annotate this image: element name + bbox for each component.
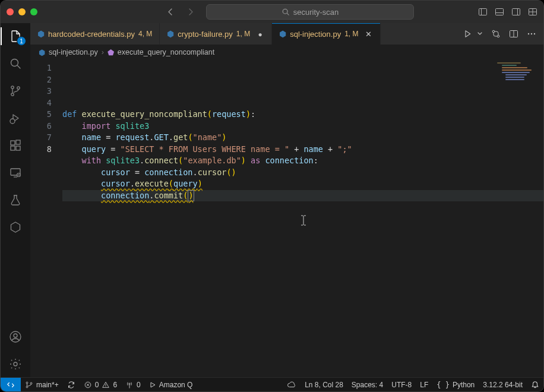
svg-point-20 bbox=[497, 35, 499, 37]
account-icon bbox=[8, 330, 23, 344]
minimize-window-button[interactable] bbox=[18, 8, 26, 15]
hexagon-icon bbox=[8, 220, 23, 235]
breadcrumb-symbol[interactable]: execute_query_noncompliant bbox=[118, 48, 214, 56]
debug-activity[interactable] bbox=[8, 111, 23, 125]
command-center-search[interactable]: security-scan bbox=[206, 4, 414, 20]
remote-explorer-activity[interactable] bbox=[8, 166, 23, 180]
settings-activity[interactable] bbox=[8, 357, 23, 371]
dirty-indicator-icon bbox=[256, 30, 264, 39]
svg-point-9 bbox=[10, 119, 15, 124]
panel-left-icon[interactable] bbox=[478, 7, 488, 17]
tab-hardcoded-credentials[interactable]: ⬢ hardcoded-credentials.py 4, M bbox=[30, 23, 160, 45]
status-branch[interactable]: main*+ bbox=[21, 381, 63, 389]
testing-activity[interactable] bbox=[8, 193, 23, 207]
code-content[interactable]: def execute_query_noncompliant(request):… bbox=[62, 60, 543, 377]
code-editor[interactable]: 12345678 def execute_q bbox=[30, 60, 543, 377]
svg-point-23 bbox=[531, 33, 532, 34]
status-interpreter[interactable]: 3.12.2 64-bit bbox=[479, 381, 527, 389]
status-eol[interactable]: LF bbox=[416, 381, 432, 389]
status-aws[interactable] bbox=[283, 381, 301, 388]
python-icon: ⬢ bbox=[39, 48, 45, 57]
compare-changes-button[interactable] bbox=[491, 29, 501, 39]
maximize-window-button[interactable] bbox=[30, 8, 37, 15]
nav-controls bbox=[166, 7, 195, 17]
svg-rect-1 bbox=[479, 9, 487, 15]
close-tab-button[interactable]: ✕ bbox=[365, 30, 373, 39]
debug-icon bbox=[8, 111, 23, 125]
more-actions-button[interactable] bbox=[527, 29, 536, 39]
run-button[interactable] bbox=[464, 30, 475, 38]
svg-point-5 bbox=[11, 59, 18, 67]
minimap[interactable] bbox=[497, 62, 540, 86]
gear-icon bbox=[8, 357, 23, 371]
activity-bar: 1 bbox=[1, 23, 30, 377]
run-dropdown-button[interactable] bbox=[477, 30, 483, 38]
svg-point-26 bbox=[26, 386, 28, 388]
breadcrumb-file[interactable]: sql-injection.py bbox=[49, 48, 98, 56]
svg-point-22 bbox=[528, 33, 529, 34]
status-amazon-q[interactable]: Amazon Q bbox=[145, 381, 197, 389]
extensions-icon bbox=[8, 138, 23, 153]
play-icon bbox=[149, 381, 156, 388]
remote-indicator[interactable] bbox=[1, 378, 21, 391]
status-cursor-position[interactable]: Ln 8, Col 28 bbox=[301, 381, 347, 389]
status-problems[interactable]: 0 6 bbox=[80, 381, 121, 389]
svg-point-0 bbox=[283, 9, 287, 14]
amazon-q-label: Amazon Q bbox=[159, 381, 193, 389]
workbench-body: 1 bbox=[1, 23, 543, 377]
tab-sql-injection[interactable]: ⬢ sql-injection.py 1, M ✕ bbox=[272, 23, 380, 45]
warning-icon bbox=[102, 381, 110, 389]
svg-point-25 bbox=[26, 382, 28, 384]
svg-point-29 bbox=[129, 383, 130, 384]
explorer-activity[interactable]: 1 bbox=[8, 29, 23, 43]
panel-bottom-icon[interactable] bbox=[495, 7, 504, 17]
svg-point-19 bbox=[492, 30, 495, 33]
panel-right-icon[interactable] bbox=[511, 7, 521, 17]
python-icon: ⬢ bbox=[167, 29, 174, 39]
amazon-q-activity[interactable] bbox=[8, 220, 23, 235]
svg-point-18 bbox=[14, 362, 17, 366]
status-notifications[interactable] bbox=[527, 381, 543, 389]
search-icon bbox=[8, 56, 23, 71]
beaker-icon bbox=[8, 193, 23, 207]
status-ports[interactable]: 0 bbox=[121, 381, 145, 389]
tab-filename: hardcoded-credentials.py bbox=[48, 30, 135, 39]
search-placeholder: security-scan bbox=[293, 8, 339, 17]
tab-badge: 1, M bbox=[344, 30, 358, 38]
close-window-button[interactable] bbox=[7, 8, 14, 15]
tab-badge: 1, M bbox=[236, 30, 250, 38]
text-cursor-icon bbox=[300, 192, 307, 203]
window-controls bbox=[7, 8, 37, 15]
tab-crypto-failure[interactable]: ⬢ crypto-failure.py 1, M bbox=[160, 23, 272, 45]
bell-icon bbox=[531, 381, 539, 389]
svg-point-24 bbox=[534, 33, 535, 34]
svg-point-6 bbox=[11, 86, 14, 88]
search-activity[interactable] bbox=[8, 56, 23, 71]
layout-icon[interactable] bbox=[528, 7, 537, 17]
editor-area: ⬢ hardcoded-credentials.py 4, M ⬢ crypto… bbox=[30, 23, 543, 377]
tab-badge: 4, M bbox=[138, 30, 152, 38]
split-editor-button[interactable] bbox=[509, 29, 518, 39]
editor-tabs: ⬢ hardcoded-credentials.py 4, M ⬢ crypto… bbox=[30, 23, 543, 45]
extensions-activity[interactable] bbox=[8, 138, 23, 153]
explorer-badge: 1 bbox=[17, 36, 26, 46]
remote-explorer-icon bbox=[8, 166, 23, 180]
status-indentation[interactable]: Spaces: 4 bbox=[347, 381, 387, 389]
vscode-window: security-scan 1 bbox=[0, 0, 544, 392]
nav-forward-button[interactable] bbox=[186, 7, 195, 17]
svg-rect-3 bbox=[513, 9, 520, 15]
status-language[interactable]: { } Python bbox=[432, 381, 479, 389]
tab-filename: crypto-failure.py bbox=[178, 30, 232, 39]
status-sync[interactable] bbox=[63, 381, 80, 389]
nav-back-button[interactable] bbox=[166, 7, 175, 17]
svg-point-27 bbox=[30, 382, 32, 384]
editor-actions bbox=[457, 23, 543, 45]
sync-icon bbox=[67, 381, 75, 389]
cloud-icon bbox=[287, 381, 296, 388]
title-bar: security-scan bbox=[1, 1, 543, 23]
status-encoding[interactable]: UTF-8 bbox=[387, 381, 416, 389]
breadcrumb[interactable]: ⬢ sql-injection.py › ⬟ execute_query_non… bbox=[30, 45, 543, 60]
python-icon: ⬢ bbox=[279, 29, 286, 39]
accounts-activity[interactable] bbox=[8, 330, 23, 344]
scm-activity[interactable] bbox=[8, 84, 23, 98]
